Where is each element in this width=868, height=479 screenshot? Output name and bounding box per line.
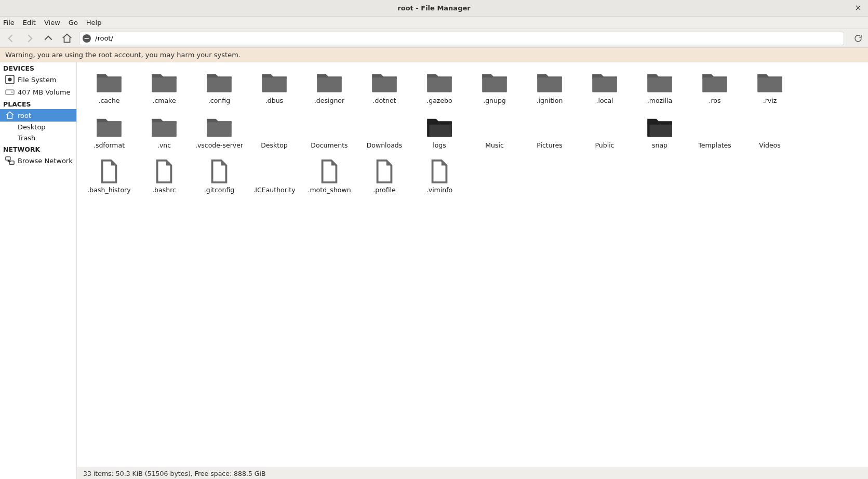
folder-item[interactable]: .sdformat xyxy=(83,112,135,157)
location-bar[interactable]: − xyxy=(79,32,844,45)
file-item[interactable]: .bashrc xyxy=(138,157,190,202)
file-icon xyxy=(150,159,179,184)
item-label: .gitconfig xyxy=(204,186,235,194)
item-label: .bash_history xyxy=(87,186,130,194)
file-item[interactable]: .bash_history xyxy=(83,157,135,202)
file-item[interactable]: .motd_shown xyxy=(303,157,355,202)
sidebar: DEVICES File System 407 MB Volume PLACES… xyxy=(0,62,77,479)
folder-item[interactable]: .designer xyxy=(303,68,355,112)
folder-item[interactable]: .ignition xyxy=(524,68,576,112)
folder-item[interactable]: .gazebo xyxy=(413,68,465,112)
folder-icon xyxy=(755,70,784,95)
close-button[interactable] xyxy=(853,3,863,12)
sidebar-header-network: NETWORK xyxy=(0,143,76,154)
menu-help[interactable]: Help xyxy=(86,19,102,26)
item-label: .mozilla xyxy=(647,97,672,104)
item-label: Templates xyxy=(698,141,731,149)
item-label: .dbus xyxy=(265,97,283,104)
file-item[interactable]: .profile xyxy=(358,157,410,202)
folder-item[interactable]: Downloads xyxy=(358,112,410,157)
forward-icon xyxy=(24,33,35,44)
folder-icon xyxy=(95,114,124,139)
item-label: .gnupg xyxy=(483,97,506,104)
folder-item[interactable]: .ros xyxy=(689,68,741,112)
file-item[interactable]: .gitconfig xyxy=(193,157,245,202)
sidebar-item-browse-network[interactable]: Browse Network xyxy=(0,154,76,167)
folder-item[interactable]: .cmake xyxy=(138,68,190,112)
file-icon xyxy=(425,159,454,184)
item-label: .vnc xyxy=(157,141,171,149)
folder-item[interactable]: .dbus xyxy=(248,68,300,112)
item-label: .cmake xyxy=(152,97,176,104)
reload-button[interactable] xyxy=(852,33,864,44)
folder-icon xyxy=(370,70,399,95)
folder-item[interactable]: Public xyxy=(579,112,631,157)
home-button[interactable] xyxy=(60,32,74,45)
folder-icon xyxy=(260,70,289,95)
folder-icon xyxy=(480,70,509,95)
item-label: .cache xyxy=(99,97,120,104)
toolbar: − xyxy=(0,29,868,48)
folder-icon xyxy=(205,114,234,139)
folder-icon xyxy=(645,70,674,95)
item-label: .profile xyxy=(373,186,395,194)
file-item[interactable]: .viminfo xyxy=(413,157,465,202)
folder-item[interactable]: .dotnet xyxy=(358,68,410,112)
back-button[interactable] xyxy=(4,32,18,45)
menu-go[interactable]: Go xyxy=(69,19,78,26)
sidebar-item-root[interactable]: root xyxy=(0,109,76,122)
folder-item[interactable]: Templates xyxy=(689,112,741,157)
folder-icon xyxy=(700,114,729,139)
back-icon xyxy=(6,33,16,44)
folder-icon xyxy=(370,114,399,139)
folder-item[interactable]: Music xyxy=(469,112,520,157)
folder-item[interactable]: snap xyxy=(634,112,686,157)
sidebar-item-volume[interactable]: 407 MB Volume xyxy=(0,86,76,98)
folder-item[interactable]: logs xyxy=(413,112,465,157)
folder-item[interactable]: .vscode-server xyxy=(193,112,245,157)
file-icon xyxy=(205,159,234,184)
folder-icon xyxy=(535,70,564,95)
item-label: .dotnet xyxy=(373,97,396,104)
disk-icon xyxy=(5,75,15,84)
item-label: .rviz xyxy=(763,97,777,104)
sidebar-item-label: root xyxy=(18,112,31,119)
folder-icon xyxy=(700,70,729,95)
folder-icon xyxy=(425,70,454,95)
sidebar-item-trash[interactable]: Trash xyxy=(0,132,76,143)
item-label: Downloads xyxy=(367,141,403,149)
folder-item[interactable]: Pictures xyxy=(524,112,576,157)
menu-edit[interactable]: Edit xyxy=(23,19,36,26)
folder-item[interactable]: .gnupg xyxy=(469,68,520,112)
main-area: DEVICES File System 407 MB Volume PLACES… xyxy=(0,62,868,479)
item-label: .local xyxy=(596,97,613,104)
folder-item[interactable]: Documents xyxy=(303,112,355,157)
folder-icon xyxy=(755,114,784,139)
file-item[interactable]: .ICEauthority xyxy=(248,157,300,202)
forward-button[interactable] xyxy=(23,32,36,45)
menubar: File Edit View Go Help xyxy=(0,17,868,29)
statusbar: 33 items: 50.3 KiB (51506 bytes), Free s… xyxy=(77,468,868,479)
folder-item[interactable]: .mozilla xyxy=(634,68,686,112)
item-label: snap xyxy=(652,141,667,149)
menu-view[interactable]: View xyxy=(44,19,60,26)
home-icon xyxy=(61,33,73,44)
folder-icon xyxy=(95,70,124,95)
folder-item[interactable]: .cache xyxy=(83,68,135,112)
sidebar-item-desktop[interactable]: Desktop xyxy=(0,122,76,132)
folder-icon xyxy=(535,114,564,139)
folder-item[interactable]: Videos xyxy=(744,112,796,157)
folder-item[interactable]: .rviz xyxy=(744,68,796,112)
folder-icon xyxy=(480,114,509,139)
item-label: .designer xyxy=(314,97,344,104)
folder-item[interactable]: .vnc xyxy=(138,112,190,157)
folder-item[interactable]: .config xyxy=(193,68,245,112)
folder-item[interactable]: .local xyxy=(579,68,631,112)
folder-icon xyxy=(315,114,344,139)
sidebar-item-filesystem[interactable]: File System xyxy=(0,73,76,86)
icon-grid[interactable]: .cache.cmake.config.dbus.designer.dotnet… xyxy=(77,62,868,468)
menu-file[interactable]: File xyxy=(3,19,15,26)
path-input[interactable] xyxy=(94,34,840,43)
up-button[interactable] xyxy=(42,32,55,45)
folder-item[interactable]: Desktop xyxy=(248,112,300,157)
